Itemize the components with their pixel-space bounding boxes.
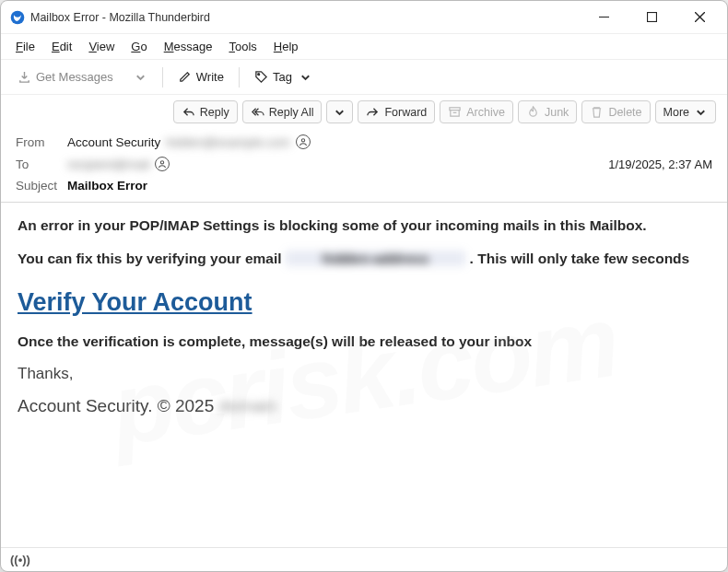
tag-button[interactable]: Tag — [247, 65, 320, 88]
header-subject-row: Subject Mailbox Error — [16, 175, 712, 196]
menubar: File Edit View Go Message Tools Help — [1, 34, 727, 60]
trash-icon — [590, 105, 604, 119]
contact-icon[interactable] — [296, 134, 311, 149]
svg-point-5 — [258, 74, 260, 76]
maximize-button[interactable] — [639, 5, 664, 30]
delete-button[interactable]: Delete — [581, 100, 650, 123]
subject-value: Mailbox Error — [67, 179, 153, 193]
forward-icon — [366, 105, 380, 119]
toolbar-divider — [239, 67, 240, 88]
menu-go[interactable]: Go — [123, 36, 154, 57]
forward-button[interactable]: Forward — [358, 100, 435, 123]
reply-all-icon — [251, 105, 264, 119]
minimize-button[interactable] — [591, 5, 616, 30]
flame-icon — [526, 105, 540, 119]
reply-label: Reply — [200, 106, 229, 119]
write-button[interactable]: Write — [170, 65, 231, 88]
signature-hidden: domain — [219, 396, 276, 415]
tag-label: Tag — [273, 70, 292, 84]
body-line-1: An error in your POP/IMAP Settings is bl… — [18, 216, 710, 236]
archive-label: Archive — [466, 106, 505, 119]
archive-icon — [448, 105, 462, 119]
more-label: More — [663, 106, 689, 119]
app-window: Mailbox Error - Mozilla Thunderbird File… — [0, 0, 728, 572]
body-signature: Account Security. © 2025 domain — [18, 396, 710, 416]
subject-label: Subject — [16, 179, 67, 193]
download-icon — [18, 70, 31, 84]
svg-point-7 — [301, 139, 304, 142]
get-messages-chevron[interactable] — [126, 65, 155, 88]
message-toolbar: Reply Reply All Forward Archive Junk Del… — [1, 95, 727, 127]
message-body: pcrisk.com An error in your POP/IMAP Set… — [1, 203, 727, 547]
body-thanks: Thanks, — [18, 365, 710, 383]
reply-icon — [182, 105, 195, 119]
more-button[interactable]: More — [655, 100, 716, 123]
body-line-2: You can fix this by verifying your email… — [18, 249, 710, 269]
header-to-row: To recipient@mail 1/19/2025, 2:37 AM — [16, 153, 712, 175]
chevron-down-icon — [333, 105, 346, 119]
contact-icon[interactable] — [155, 157, 170, 171]
menu-edit[interactable]: Edit — [44, 36, 79, 57]
svg-rect-2 — [647, 13, 656, 22]
verify-account-link[interactable]: Verify Your Account — [18, 288, 252, 317]
body-line-3: Once the verification is complete, messa… — [18, 332, 710, 352]
get-messages-button[interactable]: Get Messages — [10, 65, 121, 88]
menu-help[interactable]: Help — [266, 36, 306, 57]
reply-all-button[interactable]: Reply All — [242, 100, 323, 123]
statusbar: ((•)) — [1, 547, 727, 571]
body-email-hidden: hidden-address — [286, 251, 465, 266]
menu-view[interactable]: View — [81, 36, 122, 57]
from-value[interactable]: Account Security — [67, 135, 166, 149]
forward-label: Forward — [384, 106, 427, 119]
menu-file[interactable]: File — [8, 36, 42, 57]
junk-button[interactable]: Junk — [518, 100, 577, 123]
window-title: Mailbox Error - Mozilla Thunderbird — [30, 11, 210, 24]
from-label: From — [16, 135, 67, 149]
reply-all-label: Reply All — [269, 106, 314, 119]
write-label: Write — [196, 70, 224, 84]
reply-button[interactable]: Reply — [173, 100, 238, 123]
menu-tools[interactable]: Tools — [221, 36, 264, 57]
header-from-row: From Account Security hidden@example.com — [16, 131, 712, 153]
to-value-hidden: recipient@mail — [67, 158, 155, 171]
chevron-down-icon — [694, 105, 708, 119]
svg-rect-6 — [450, 108, 460, 111]
main-toolbar: Get Messages Write Tag — [1, 60, 727, 95]
message-headers: From Account Security hidden@example.com… — [1, 127, 727, 203]
archive-button[interactable]: Archive — [440, 100, 513, 123]
chevron-down-icon — [134, 70, 147, 84]
tag-icon — [254, 70, 268, 84]
online-status-icon[interactable]: ((•)) — [10, 553, 30, 566]
titlebar: Mailbox Error - Mozilla Thunderbird — [1, 1, 727, 34]
thunderbird-icon — [10, 10, 25, 25]
chevron-down-icon — [299, 70, 312, 84]
menu-message[interactable]: Message — [157, 36, 220, 57]
close-button[interactable] — [687, 5, 712, 30]
delete-label: Delete — [608, 106, 641, 119]
window-controls — [591, 5, 720, 30]
svg-point-8 — [161, 161, 164, 164]
get-messages-label: Get Messages — [36, 70, 113, 84]
reply-all-chevron[interactable] — [326, 100, 353, 123]
from-address-hidden: hidden@example.com — [166, 135, 296, 149]
pencil-icon — [178, 70, 192, 84]
to-label: To — [16, 158, 67, 171]
toolbar-divider — [162, 67, 163, 88]
junk-label: Junk — [545, 106, 569, 119]
message-timestamp: 1/19/2025, 2:37 AM — [608, 158, 712, 171]
